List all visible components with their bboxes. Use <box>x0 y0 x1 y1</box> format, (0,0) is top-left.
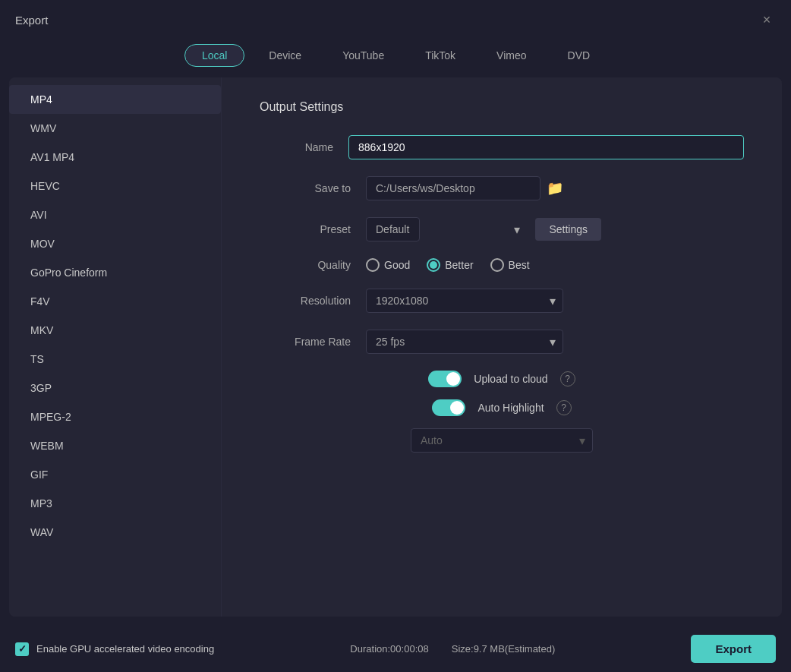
duration-value: 00:00:08 <box>390 643 429 655</box>
frame-rate-select-wrapper: 25 fps <box>366 330 563 354</box>
gpu-row: ✓ Enable GPU accelerated video encoding <box>15 642 214 656</box>
tab-tiktok[interactable]: TikTok <box>408 44 472 67</box>
resolution-label: Resolution <box>260 295 351 307</box>
quality-better-option[interactable]: Better <box>427 258 473 272</box>
size-value: 9.7 MB(Estimated) <box>474 643 556 655</box>
auto-highlight-toggle[interactable] <box>432 399 465 416</box>
gpu-label: Enable GPU accelerated video encoding <box>36 643 214 655</box>
sidebar-item-wmv[interactable]: WMV <box>9 114 221 143</box>
resolution-select-wrapper: 1920x1080 <box>366 289 563 313</box>
upload-cloud-label: Upload to cloud <box>474 373 547 385</box>
quality-best-label: Best <box>509 259 530 271</box>
footer-bar: ✓ Enable GPU accelerated video encoding … <box>0 626 791 672</box>
sidebar-item-mpeg2[interactable]: MPEG-2 <box>9 402 221 431</box>
size-label: Size: <box>452 643 474 655</box>
quality-good-option[interactable]: Good <box>366 258 410 272</box>
frame-rate-row: Frame Rate 25 fps <box>260 330 744 354</box>
save-to-row: Save to 📁 <box>260 176 744 200</box>
tab-bar: Local Device YouTube TikTok Vimeo DVD <box>0 39 791 77</box>
sidebar-item-3gp[interactable]: 3GP <box>9 374 221 402</box>
folder-icon[interactable]: 📁 <box>547 180 563 197</box>
upload-cloud-knob <box>446 372 460 386</box>
quality-good-radio[interactable] <box>366 258 380 272</box>
auto-select-wrapper: Auto <box>411 428 593 453</box>
footer-info: Duration:00:00:08 Size:9.7 MB(Estimated) <box>350 643 555 655</box>
settings-button[interactable]: Settings <box>535 218 601 241</box>
path-input-row: 📁 <box>366 176 563 200</box>
auto-dropdown[interactable]: Auto <box>411 428 593 453</box>
sidebar-item-gopro[interactable]: GoPro Cineform <box>9 258 221 287</box>
auto-dropdown-row: Auto <box>260 428 744 453</box>
tab-device[interactable]: Device <box>252 44 318 67</box>
sidebar-item-avi[interactable]: AVI <box>9 200 221 229</box>
quality-best-radio[interactable] <box>490 258 504 272</box>
export-button[interactable]: Export <box>691 635 776 663</box>
size-display: Size:9.7 MB(Estimated) <box>452 643 556 655</box>
quality-row: Quality Good Better Best <box>260 258 744 272</box>
sidebar-item-mp4[interactable]: MP4 <box>9 85 221 114</box>
sidebar-item-av1mp4[interactable]: AV1 MP4 <box>9 143 221 172</box>
toggle-section: Upload to cloud ? Auto Highlight ? Auto <box>260 371 744 453</box>
sidebar-item-f4v[interactable]: F4V <box>9 287 221 316</box>
auto-highlight-row: Auto Highlight ? <box>260 399 744 416</box>
auto-highlight-knob <box>450 401 464 415</box>
close-button[interactable]: × <box>758 11 776 29</box>
sidebar-item-gif[interactable]: GIF <box>9 460 221 489</box>
tab-youtube[interactable]: YouTube <box>326 44 401 67</box>
name-row: Name <box>260 135 744 159</box>
tab-vimeo[interactable]: Vimeo <box>480 44 543 67</box>
quality-better-radio-inner <box>430 261 437 269</box>
preset-label: Preset <box>260 223 351 235</box>
name-label: Name <box>260 141 333 153</box>
path-input[interactable] <box>366 176 540 200</box>
export-window: Export × Local Device YouTube TikTok Vim… <box>0 0 791 672</box>
main-content: MP4 WMV AV1 MP4 HEVC AVI MOV GoPro Cinef… <box>9 77 782 617</box>
quality-options: Good Better Best <box>366 258 530 272</box>
resolution-select[interactable]: 1920x1080 <box>366 289 563 313</box>
sidebar-item-ts[interactable]: TS <box>9 345 221 374</box>
format-sidebar: MP4 WMV AV1 MP4 HEVC AVI MOV GoPro Cinef… <box>9 77 222 617</box>
duration-label: Duration: <box>350 643 390 655</box>
sidebar-item-mp3[interactable]: MP3 <box>9 489 221 518</box>
gpu-checkmark: ✓ <box>18 643 27 655</box>
window-title: Export <box>15 14 48 27</box>
name-input[interactable] <box>348 135 744 159</box>
sidebar-item-mov[interactable]: MOV <box>9 229 221 258</box>
sidebar-item-webm[interactable]: WEBM <box>9 431 221 460</box>
duration-display: Duration:00:00:08 <box>350 643 428 655</box>
settings-panel: Output Settings Name Save to 📁 Preset <box>222 77 782 617</box>
preset-control-row: Default Settings <box>366 217 601 241</box>
title-bar: Export × <box>0 0 791 39</box>
quality-best-option[interactable]: Best <box>490 258 530 272</box>
gpu-checkbox[interactable]: ✓ <box>15 642 29 656</box>
preset-select-wrapper: Default <box>366 217 528 241</box>
quality-label: Quality <box>260 259 351 271</box>
frame-rate-select[interactable]: 25 fps <box>366 330 563 354</box>
sidebar-item-mkv[interactable]: MKV <box>9 316 221 345</box>
resolution-row: Resolution 1920x1080 <box>260 289 744 313</box>
sidebar-item-hevc[interactable]: HEVC <box>9 172 221 200</box>
frame-rate-label: Frame Rate <box>260 336 351 348</box>
upload-cloud-row: Upload to cloud ? <box>260 371 744 387</box>
sidebar-item-wav[interactable]: WAV <box>9 518 221 547</box>
quality-good-label: Good <box>384 259 410 271</box>
save-to-label: Save to <box>260 182 351 194</box>
auto-highlight-help-icon[interactable]: ? <box>556 400 572 415</box>
preset-select[interactable]: Default <box>366 217 420 241</box>
tab-dvd[interactable]: DVD <box>551 44 607 67</box>
preset-row: Preset Default Settings <box>260 217 744 241</box>
output-settings-title: Output Settings <box>260 100 744 114</box>
auto-highlight-label: Auto Highlight <box>477 402 544 414</box>
upload-cloud-toggle[interactable] <box>428 371 462 387</box>
quality-better-label: Better <box>445 259 473 271</box>
tab-local[interactable]: Local <box>184 44 244 67</box>
upload-cloud-help-icon[interactable]: ? <box>560 371 575 386</box>
quality-better-radio[interactable] <box>427 258 440 272</box>
